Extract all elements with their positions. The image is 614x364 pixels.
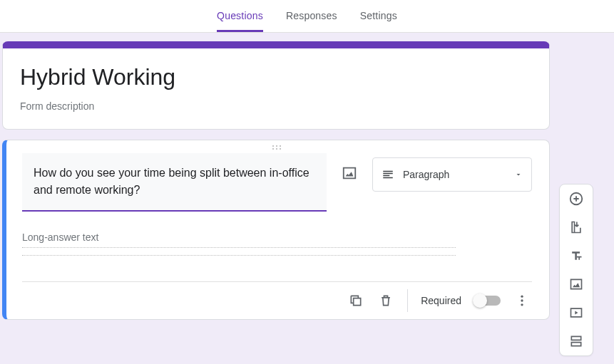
svg-point-7 <box>521 299 523 301</box>
svg-point-5 <box>280 148 281 150</box>
import-questions-button[interactable] <box>568 219 585 236</box>
workspace: Hybrid Working Form description How do y… <box>0 33 614 364</box>
duplicate-button[interactable] <box>347 292 364 309</box>
question-type-label: Paragraph <box>403 169 506 180</box>
add-image-button[interactable] <box>568 276 585 293</box>
divider <box>407 289 408 312</box>
tab-responses[interactable]: Responses <box>286 0 337 32</box>
question-footer: Required <box>22 281 532 319</box>
required-toggle[interactable] <box>474 296 501 306</box>
form-title[interactable]: Hybrid Working <box>20 64 532 90</box>
svg-point-4 <box>276 148 277 150</box>
add-image-icon[interactable] <box>341 165 358 182</box>
svg-point-6 <box>521 296 523 298</box>
tab-settings[interactable]: Settings <box>360 0 397 32</box>
svg-point-3 <box>272 148 274 150</box>
side-toolbar <box>559 184 593 356</box>
add-title-button[interactable] <box>568 247 585 264</box>
svg-point-8 <box>521 303 523 306</box>
tabs-bar: Questions Responses Settings <box>0 0 614 33</box>
add-section-button[interactable] <box>568 333 585 350</box>
svg-point-0 <box>272 145 274 147</box>
paragraph-icon <box>382 168 394 181</box>
add-question-button[interactable] <box>568 190 585 207</box>
tab-questions[interactable]: Questions <box>217 0 263 32</box>
chevron-down-icon <box>514 170 523 179</box>
svg-point-1 <box>276 145 277 147</box>
form-header-card: Hybrid Working Form description <box>2 41 550 130</box>
drag-handle-icon[interactable] <box>6 140 549 153</box>
more-options-button[interactable] <box>513 292 531 309</box>
answer-line <box>22 255 456 256</box>
form-description[interactable]: Form description <box>20 100 532 112</box>
delete-button[interactable] <box>377 292 394 309</box>
question-type-select[interactable]: Paragraph <box>372 157 532 192</box>
question-text-input[interactable]: How do you see your time being split bet… <box>22 153 327 212</box>
required-label: Required <box>421 295 461 306</box>
svg-point-2 <box>280 145 281 147</box>
question-card: How do you see your time being split bet… <box>2 140 550 320</box>
add-video-button[interactable] <box>568 304 585 321</box>
answer-preview: Long-answer text <box>22 232 456 248</box>
